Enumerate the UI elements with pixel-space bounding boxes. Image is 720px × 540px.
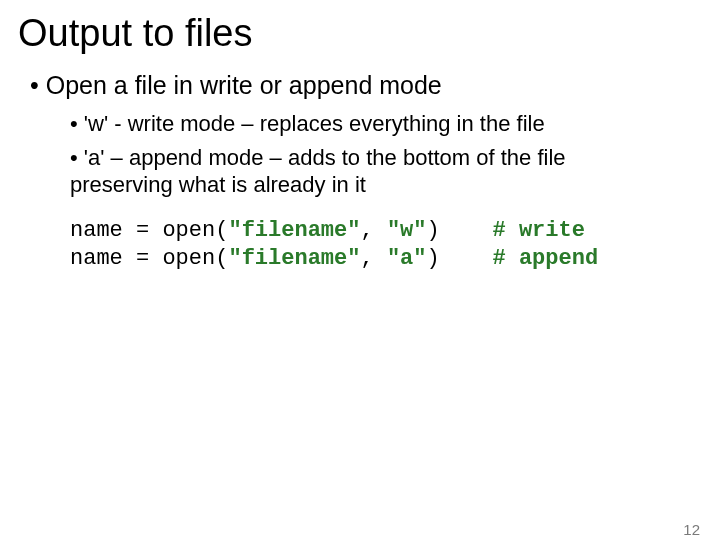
code-block: name = open("filename", "w") # write nam… [70,217,720,274]
code-string-filename: "filename" [228,218,360,243]
code-comma: , [360,246,386,271]
code-comment-append: # append [493,246,599,271]
code-comment-write: # write [493,218,585,243]
code-comma: , [360,218,386,243]
code-pad [440,246,493,271]
code-call-close: ) [426,218,439,243]
code-eq: = [123,218,163,243]
page-number: 12 [683,521,700,538]
code-call-close: ) [426,246,439,271]
code-var: name [70,246,123,271]
code-pad [440,218,493,243]
code-call-open: open( [162,218,228,243]
code-string-mode-w: "w" [387,218,427,243]
bullet-level2-write: 'w' - write mode – replaces everything i… [70,110,630,138]
code-var: name [70,218,123,243]
slide: Output to files Open a file in write or … [0,12,720,540]
slide-title: Output to files [18,12,720,55]
code-eq: = [123,246,163,271]
code-call-open: open( [162,246,228,271]
bullet-level1: Open a file in write or append mode [30,71,720,100]
code-string-mode-a: "a" [387,246,427,271]
code-string-filename: "filename" [228,246,360,271]
bullet-level2-append: 'a' – append mode – adds to the bottom o… [70,144,630,199]
